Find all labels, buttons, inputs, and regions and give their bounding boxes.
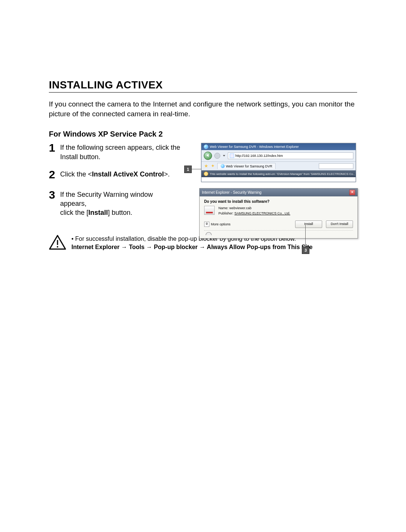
dialog-footer [204, 230, 353, 236]
name-value: webviewer.cab [229, 206, 251, 210]
callout-leader-line [192, 169, 201, 169]
arrow-icon: → [146, 244, 152, 250]
svg-point-2 [57, 246, 58, 248]
ie-window: Web Viewer for Samsung DVR - Windows Int… [201, 143, 356, 182]
ie-nav-bar: http://192.168.130.12/index.htm [201, 150, 356, 162]
dialog-titlebar: Internet Explorer - Security Warning × [200, 188, 358, 196]
step-number: 2 [49, 169, 60, 180]
step-1: 1 If the following screen appears, click… [49, 143, 180, 161]
step-text: If the following screen appears, click t… [60, 143, 180, 161]
section-title: INSTALLING ACTIVEX [49, 79, 357, 93]
ie-content-area [201, 177, 356, 182]
step2-prefix: Click the < [60, 170, 92, 178]
browser-tab[interactable]: Web Viewer for Samsung DVR [217, 163, 276, 169]
dialog-question: Do you want to install this software? [204, 199, 353, 204]
ie-tab-row: ★ ✦ Web Viewer for Samsung DVR [201, 162, 356, 170]
step2-bold: Install ActiveX Control [92, 170, 164, 178]
step-number: 3 [49, 189, 60, 201]
security-warning-dialog: Internet Explorer - Security Warning × D… [199, 188, 358, 239]
intro-text: If you connect the camera to the Interne… [49, 99, 357, 119]
step3-bold: Install [88, 209, 108, 216]
path-p1: Internet Explorer [71, 244, 120, 250]
path-p3: Pop-up blocker [154, 244, 197, 250]
publisher-label: Publisher: [218, 211, 233, 215]
close-button[interactable]: × [349, 190, 355, 195]
infobar-text: This website wants to install the follow… [210, 172, 356, 176]
path-p2: Tools [129, 244, 144, 250]
caution-icon [49, 235, 66, 250]
callout-leader-line [305, 224, 306, 246]
add-favorites-icon[interactable]: ✦ [211, 164, 215, 168]
tab-label: Web Viewer for Samsung DVR [226, 164, 272, 168]
step3-l2b: ] button. [108, 209, 132, 216]
address-url: http://192.168.130.12/index.htm [235, 154, 283, 158]
back-button-icon[interactable] [204, 152, 212, 160]
search-box[interactable] [319, 163, 353, 169]
chevron-down-icon: ¤ [204, 222, 209, 227]
ie-title-text: Web Viewer for Samsung DVR - Windows Int… [210, 145, 299, 149]
more-options-toggle[interactable]: ¤ More options [204, 222, 230, 227]
step-text: Click the <Install ActiveX Control>. [60, 170, 170, 179]
step3-line1: If the Security Warning window appears, [60, 191, 153, 207]
dialog-title-text: Internet Explorer - Security Warning [202, 190, 262, 195]
step-2: 2 Click the <Install ActiveX Control>. [49, 170, 180, 180]
arrow-icon: → [121, 244, 127, 250]
note-path: Internet Explorer → Tools → Pop-up block… [71, 243, 312, 251]
step-text: If the Security Warning window appears, … [60, 190, 180, 217]
steps-column: 1 If the following screen appears, click… [49, 143, 184, 225]
activex-information-bar[interactable]: This website wants to install the follow… [201, 170, 356, 177]
name-label: Name: [218, 206, 229, 210]
shield-icon [206, 232, 212, 235]
sub-heading: For Windows XP Service Pack 2 [49, 130, 357, 138]
callout-badge-1: 1 [184, 166, 192, 173]
step-number: 1 [49, 142, 60, 154]
software-meta: Name: webviewer.cab Publisher: SAMSUNG E… [218, 206, 290, 216]
install-button[interactable]: Install [295, 220, 322, 228]
callout-badge-3: 3 [302, 246, 309, 254]
arrow-icon: → [199, 244, 205, 250]
forward-button-icon[interactable] [214, 153, 220, 159]
more-options-label: More options [211, 222, 230, 226]
ie-titlebar: Web Viewer for Samsung DVR - Windows Int… [201, 143, 356, 150]
nav-dropdown-icon[interactable] [223, 154, 226, 157]
step3-l2a: click the [ [60, 209, 88, 216]
screenshot-column: Web Viewer for Samsung DVR - Windows Int… [184, 143, 357, 225]
publisher-link[interactable]: SAMSUNG ELECTRONICS Co., Ltd. [235, 211, 291, 215]
step-3: 3 If the Security Warning window appears… [49, 190, 180, 217]
path-p4: Always Allow Pop-ups from This Site [207, 244, 312, 250]
dont-install-button[interactable]: Don't Install [326, 220, 353, 228]
address-bar[interactable]: http://192.168.130.12/index.htm [228, 152, 353, 159]
software-icon [204, 206, 215, 215]
favorites-star-icon[interactable]: ★ [204, 164, 208, 168]
step2-suffix: >. [164, 170, 170, 178]
